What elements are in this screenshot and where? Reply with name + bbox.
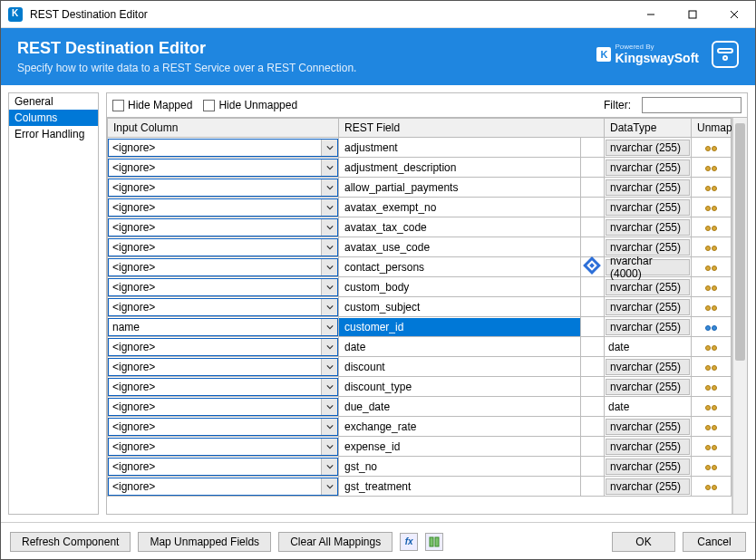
- input-column-dropdown[interactable]: <ignore>: [108, 139, 338, 157]
- chevron-down-icon[interactable]: [321, 140, 337, 156]
- unmap-icon[interactable]: [705, 385, 717, 391]
- minimize-button[interactable]: [630, 1, 672, 28]
- unmap-icon[interactable]: [705, 146, 717, 151]
- unmap-icon[interactable]: [705, 246, 717, 251]
- table-row[interactable]: <ignore>contact_personsnvarchar (4000): [108, 257, 732, 277]
- hide-unmapped-checkbox[interactable]: Hide Unmapped: [203, 99, 297, 111]
- table-row[interactable]: <ignore>allow_partial_paymentsnvarchar (…: [108, 178, 732, 198]
- table-row[interactable]: <ignore>avatax_exempt_nonvarchar (255): [108, 198, 732, 217]
- table-row[interactable]: <ignore>due_datedate: [108, 397, 732, 417]
- datatype-value[interactable]: nvarchar (255): [606, 279, 690, 295]
- unmap-icon[interactable]: [705, 405, 717, 410]
- chevron-down-icon[interactable]: [321, 319, 337, 335]
- table-row[interactable]: <ignore>expense_idnvarchar (255): [108, 437, 732, 457]
- input-column-dropdown[interactable]: <ignore>: [108, 398, 338, 416]
- datatype-value[interactable]: nvarchar (255): [606, 478, 690, 495]
- table-row[interactable]: namecustomer_idnvarchar (255): [108, 317, 732, 337]
- sidebar-item-general[interactable]: General: [9, 93, 98, 110]
- mapping-grid[interactable]: Input Column REST Field DataType Unmap <…: [107, 118, 732, 514]
- unmap-icon[interactable]: [705, 345, 717, 351]
- chevron-down-icon[interactable]: [321, 219, 337, 236]
- chevron-down-icon[interactable]: [321, 299, 337, 315]
- unmap-icon[interactable]: [705, 465, 717, 470]
- cancel-button[interactable]: Cancel: [683, 532, 746, 552]
- input-column-dropdown[interactable]: <ignore>: [108, 298, 338, 316]
- datatype-value[interactable]: nvarchar (255): [606, 140, 690, 156]
- chevron-down-icon[interactable]: [321, 339, 337, 355]
- hide-mapped-checkbox[interactable]: Hide Mapped: [112, 99, 192, 111]
- chevron-down-icon[interactable]: [321, 439, 337, 455]
- col-header-datatype[interactable]: DataType: [605, 119, 692, 138]
- datatype-value[interactable]: nvarchar (255): [606, 459, 690, 475]
- filter-input[interactable]: [642, 97, 741, 113]
- datatype-value[interactable]: nvarchar (255): [606, 239, 690, 256]
- unmap-icon[interactable]: [705, 266, 717, 271]
- unmap-icon[interactable]: [705, 365, 717, 371]
- fx-button[interactable]: fx: [400, 533, 418, 551]
- chevron-down-icon[interactable]: [321, 459, 337, 475]
- unmap-icon[interactable]: [705, 485, 717, 490]
- close-button[interactable]: [713, 1, 755, 28]
- datatype-value[interactable]: nvarchar (255): [606, 319, 690, 335]
- input-column-dropdown[interactable]: <ignore>: [108, 238, 338, 256]
- chevron-down-icon[interactable]: [321, 239, 337, 256]
- table-row[interactable]: <ignore>custom_subjectnvarchar (255): [108, 297, 732, 317]
- datatype-value[interactable]: nvarchar (255): [606, 439, 690, 455]
- chevron-down-icon[interactable]: [321, 159, 337, 176]
- datatype-value[interactable]: nvarchar (255): [606, 359, 690, 375]
- datatype-value[interactable]: nvarchar (255): [606, 199, 690, 216]
- chevron-down-icon[interactable]: [321, 399, 337, 415]
- unmap-icon[interactable]: [705, 186, 717, 191]
- input-column-dropdown[interactable]: <ignore>: [108, 378, 338, 396]
- chevron-down-icon[interactable]: [321, 199, 337, 216]
- input-column-dropdown[interactable]: <ignore>: [108, 179, 338, 197]
- map-unmapped-fields-button[interactable]: Map Unmapped Fields: [138, 532, 271, 552]
- table-row[interactable]: <ignore>discount_typenvarchar (255): [108, 377, 732, 397]
- chevron-down-icon[interactable]: [321, 359, 337, 375]
- input-column-dropdown[interactable]: name: [108, 318, 338, 336]
- table-row[interactable]: <ignore>adjustment_descriptionnvarchar (…: [108, 158, 732, 178]
- col-header-unmap[interactable]: Unmap: [692, 119, 732, 138]
- maximize-button[interactable]: [672, 1, 713, 28]
- chevron-down-icon[interactable]: [321, 419, 337, 435]
- datatype-value[interactable]: nvarchar (255): [606, 219, 690, 236]
- sidebar-item-columns[interactable]: Columns: [9, 110, 98, 126]
- unmap-icon[interactable]: [705, 206, 717, 211]
- table-row[interactable]: <ignore>exchange_ratenvarchar (255): [108, 417, 732, 437]
- chevron-down-icon[interactable]: [321, 179, 337, 196]
- datatype-value[interactable]: nvarchar (255): [606, 159, 690, 176]
- table-row[interactable]: <ignore>custom_bodynvarchar (255): [108, 277, 732, 297]
- datatype-value[interactable]: nvarchar (255): [606, 179, 690, 196]
- chevron-down-icon[interactable]: [321, 379, 337, 395]
- scrollbar-thumb[interactable]: [735, 123, 745, 361]
- input-column-dropdown[interactable]: <ignore>: [108, 458, 338, 476]
- table-row[interactable]: <ignore>discountnvarchar (255): [108, 357, 732, 377]
- ok-button[interactable]: OK: [612, 532, 675, 552]
- unmap-icon[interactable]: [705, 166, 717, 171]
- input-column-dropdown[interactable]: <ignore>: [108, 258, 338, 276]
- columns-icon-button[interactable]: [425, 533, 443, 551]
- table-row[interactable]: <ignore>gst_treatmentnvarchar (255): [108, 477, 732, 497]
- input-column-dropdown[interactable]: <ignore>: [108, 438, 338, 456]
- input-column-dropdown[interactable]: <ignore>: [108, 198, 338, 217]
- vertical-scrollbar[interactable]: [732, 118, 747, 514]
- col-header-input[interactable]: Input Column: [108, 119, 339, 138]
- input-column-dropdown[interactable]: <ignore>: [108, 338, 338, 356]
- unmap-icon[interactable]: [705, 325, 717, 331]
- table-row[interactable]: <ignore>datedate: [108, 337, 732, 357]
- input-column-dropdown[interactable]: <ignore>: [108, 418, 338, 436]
- chevron-down-icon[interactable]: [321, 259, 337, 275]
- table-row[interactable]: <ignore>adjustmentnvarchar (255): [108, 138, 732, 158]
- col-header-rest[interactable]: REST Field: [339, 119, 605, 138]
- table-row[interactable]: <ignore>gst_nonvarchar (255): [108, 457, 732, 477]
- clear-all-mappings-button[interactable]: Clear All Mappings: [278, 532, 393, 552]
- refresh-component-button[interactable]: Refresh Component: [10, 532, 131, 552]
- input-column-dropdown[interactable]: <ignore>: [108, 218, 338, 237]
- input-column-dropdown[interactable]: <ignore>: [108, 358, 338, 376]
- input-column-dropdown[interactable]: <ignore>: [108, 278, 338, 296]
- chevron-down-icon[interactable]: [321, 279, 337, 295]
- unmap-icon[interactable]: [705, 445, 717, 450]
- input-column-dropdown[interactable]: <ignore>: [108, 478, 338, 496]
- sidebar-item-error-handling[interactable]: Error Handling: [9, 126, 98, 142]
- chevron-down-icon[interactable]: [321, 478, 337, 495]
